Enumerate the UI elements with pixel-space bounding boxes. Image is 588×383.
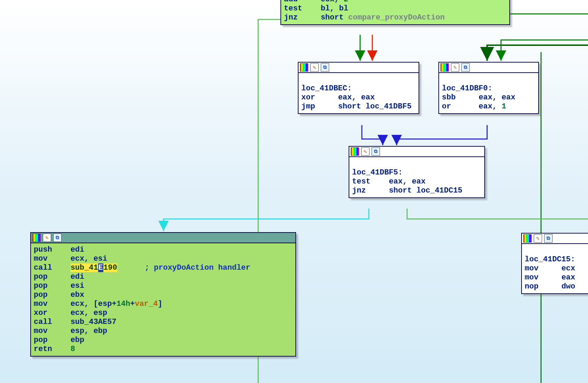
palette-icon[interactable] [300, 63, 308, 72]
asm-mnemonic: mov [34, 254, 48, 263]
asm-operands: ecx, esi [71, 254, 108, 263]
asm-mnemonic: call [34, 263, 52, 272]
asm-operands: ecx [562, 264, 575, 273]
asm-operands: esi [71, 282, 85, 290]
asm-xref[interactable]: compare_proxyDoAction [348, 13, 445, 22]
block-titlebar [31, 233, 295, 243]
asm-call-target[interactable]: sub_43AE57 [71, 318, 117, 326]
asm-mnemonic: pop [34, 291, 48, 299]
asm-operands: ebx [71, 291, 85, 299]
asm-operands: eax, eax [479, 93, 516, 102]
block-titlebar [522, 234, 588, 244]
block-loc-41DBF5[interactable]: loc_41DBF5: test eax, eax jnz short loc_… [349, 146, 485, 198]
edit-icon[interactable] [534, 234, 542, 243]
asm-label[interactable]: loc_41DBEC: [301, 84, 352, 93]
edit-icon[interactable] [43, 234, 51, 242]
asm-text: ] [158, 300, 162, 308]
asm-comment[interactable]: ; proxyDoAction handler [145, 263, 251, 272]
asm-number: 8 [71, 345, 75, 353]
block-body[interactable]: add ecx, 2 test bl, bl jnz short compare… [281, 0, 509, 24]
asm-operands: ecx, esp [71, 309, 108, 317]
asm-operands: eax [562, 273, 575, 282]
asm-number: 14h [117, 300, 130, 308]
asm-mnemonic: nop [525, 282, 539, 291]
graph-icon[interactable] [53, 234, 62, 242]
asm-mnemonic: test [352, 177, 371, 186]
palette-icon[interactable] [523, 234, 532, 243]
palette-icon[interactable] [440, 63, 449, 72]
asm-label[interactable]: loc_41DBF0: [442, 84, 492, 93]
graph-icon[interactable] [461, 63, 470, 72]
block-body[interactable]: loc_41DBEC: xor eax, eax jmp short loc_4… [299, 73, 419, 113]
asm-operands: eax, [479, 102, 502, 111]
asm-mnemonic: call [34, 318, 52, 326]
asm-mnemonic: pop [34, 336, 48, 344]
asm-operands: edi [71, 272, 85, 281]
asm-label[interactable]: loc_41DBF5: [352, 168, 403, 177]
block-body[interactable]: loc_41DBF0: sbb eax, eax or eax, 1 [439, 73, 538, 113]
asm-operands: ecx, [esp+ [71, 300, 117, 308]
asm-call-target-highlight[interactable]: 190 [103, 263, 117, 272]
asm-number: 2 [344, 0, 348, 4]
asm-operands: ecx, [321, 0, 344, 4]
asm-operands: edi [71, 245, 85, 254]
asm-operands[interactable]: short loc_41DC15 [389, 186, 462, 195]
asm-mnemonic: retn [34, 345, 52, 353]
asm-text: + [130, 300, 135, 308]
asm-mnemonic: pop [34, 272, 48, 281]
asm-mnemonic: sbb [442, 93, 456, 102]
block-loc-41DBF0[interactable]: loc_41DBF0: sbb eax, eax or eax, 1 [438, 62, 539, 114]
asm-operands[interactable]: short loc_41DBF5 [338, 102, 412, 111]
graph-icon[interactable] [321, 63, 329, 72]
block-titlebar [439, 63, 538, 73]
asm-mnemonic: mov [525, 264, 539, 273]
palette-icon[interactable] [351, 147, 359, 156]
asm-operands: esp, ebp [71, 327, 108, 335]
asm-mnemonic: mov [525, 273, 539, 282]
block-body[interactable]: loc_41DC15: mov ecx mov eax nop dwo [522, 244, 588, 293]
asm-operands: ebp [71, 336, 85, 344]
block-titlebar [299, 63, 419, 73]
text-cursor: E [98, 263, 103, 272]
asm-operands: short [321, 13, 348, 22]
asm-operands: eax, eax [389, 177, 426, 186]
asm-operands: eax, eax [338, 93, 375, 102]
asm-mnemonic: jnz [284, 13, 298, 22]
asm-mnemonic: push [34, 245, 52, 254]
block-body[interactable]: push edi mov ecx, esi call sub_41E190 ; … [31, 243, 295, 356]
edit-icon[interactable] [361, 147, 370, 156]
graph-icon[interactable] [544, 234, 553, 243]
block-proxyDoAction-handler[interactable]: push edi mov ecx, esi call sub_41E190 ; … [30, 232, 296, 357]
asm-call-target-highlight[interactable]: sub_41 [71, 263, 98, 272]
graph-canvas[interactable]: add ecx, 2 test bl, bl jnz short compare… [0, 0, 588, 383]
asm-mnemonic: pop [34, 282, 48, 290]
asm-mnemonic: jmp [301, 102, 315, 111]
asm-mnemonic: jnz [352, 186, 366, 195]
block-loc-41DC15[interactable]: loc_41DC15: mov ecx mov eax nop dwo [521, 233, 588, 294]
edit-icon[interactable] [451, 63, 459, 72]
asm-mnemonic: mov [34, 327, 48, 335]
block-loc-41DBEC[interactable]: loc_41DBEC: xor eax, eax jmp short loc_4… [298, 62, 419, 114]
asm-mnemonic: xor [301, 93, 315, 102]
asm-mnemonic: xor [34, 309, 48, 317]
asm-mnemonic: add [284, 0, 298, 4]
asm-number: 1 [502, 102, 506, 111]
block-body[interactable]: loc_41DBF5: test eax, eax jnz short loc_… [349, 157, 484, 197]
asm-operands: dwo [562, 282, 575, 291]
asm-identifier[interactable]: var_4 [135, 300, 158, 308]
asm-mnemonic: or [442, 102, 451, 111]
asm-mnemonic: test [284, 4, 302, 13]
graph-icon[interactable] [372, 147, 380, 156]
block-compare-proxyDoAction-top[interactable]: add ecx, 2 test bl, bl jnz short compare… [280, 0, 510, 25]
palette-icon[interactable] [32, 234, 41, 242]
edit-icon[interactable] [310, 63, 319, 72]
asm-label[interactable]: loc_41DC15: [525, 255, 575, 264]
asm-operands: bl, bl [321, 4, 348, 13]
block-titlebar [349, 147, 484, 157]
asm-mnemonic: mov [34, 300, 48, 308]
